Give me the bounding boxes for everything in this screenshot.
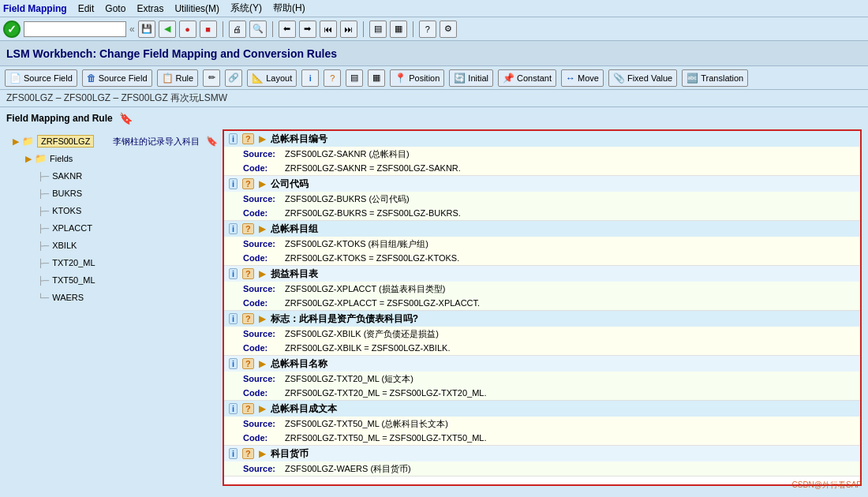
action-translation-label: Translation xyxy=(701,73,743,83)
bukrs-source-value: ZSFS00LGZ-BUKRS (公司代码) xyxy=(285,194,410,204)
ktoks-arrow-icon[interactable]: ▶ xyxy=(259,223,266,234)
saknr-code-value: ZRFS00LGZ-SAKNR = ZSFS00LGZ-SAKNR. xyxy=(285,163,461,173)
next-button[interactable]: ➡ xyxy=(299,21,316,38)
bukrs-info-icon[interactable]: i xyxy=(229,178,238,189)
tree-line-txt50: ├─ xyxy=(38,276,49,285)
tree-details-area: ▶ 📁 ZRFS00LGZ 李钢柱的记录导入科目 🔖 ▶ 📁 Fields ├─… xyxy=(6,129,862,486)
action-position[interactable]: 📍 Position xyxy=(390,69,444,87)
action-fixed-value[interactable]: 📎 Fixed Value xyxy=(608,69,677,87)
xplacct-arrow-icon[interactable]: ▶ xyxy=(259,268,266,279)
saknr-help-icon[interactable]: ? xyxy=(242,133,254,144)
bookmark-icon[interactable]: 🔖 xyxy=(119,112,133,125)
txt20-help-icon[interactable]: ? xyxy=(242,358,254,369)
tree-field-saknr[interactable]: ├─ SAKNR xyxy=(6,167,219,185)
waers-arrow-icon[interactable]: ▶ xyxy=(259,448,266,459)
xplacct-help-icon[interactable]: ? xyxy=(242,268,254,279)
action-source-field-2[interactable]: 🗑 Source Field xyxy=(82,69,152,87)
redo-button[interactable]: ● xyxy=(179,21,196,38)
tree-root-node[interactable]: ▶ 📁 ZRFS00LGZ 李钢柱的记录导入科目 🔖 xyxy=(6,133,219,150)
action-info-icon[interactable]: i xyxy=(301,69,319,87)
tree-field-txt50[interactable]: ├─ TXT50_ML xyxy=(6,271,219,289)
tree-field-txt20[interactable]: ├─ TXT20_ML xyxy=(6,254,219,271)
tree-field-xbilk[interactable]: ├─ XBILK xyxy=(6,237,219,254)
menu-goto[interactable]: Goto xyxy=(105,3,125,14)
action-extra-1[interactable]: ▤ xyxy=(346,69,363,87)
waers-help-icon[interactable]: ? xyxy=(242,448,254,459)
action-move[interactable]: ↔ Move xyxy=(561,69,604,87)
move-icon: ↔ xyxy=(566,73,575,84)
ktoks-info-icon[interactable]: i xyxy=(229,223,238,234)
action-link-icon[interactable]: 🔗 xyxy=(225,69,242,87)
tree-line-ktoks: ├─ xyxy=(38,207,49,215)
action-extra-2[interactable]: ▦ xyxy=(368,69,385,87)
action-rule-label: Rule xyxy=(176,73,194,83)
tree-field-ktoks[interactable]: ├─ KTOKS xyxy=(6,202,219,219)
save-button[interactable]: 💾 xyxy=(138,21,155,38)
action-source-field-1[interactable]: 📄 Source Field xyxy=(5,69,77,87)
details-panel[interactable]: i ? ▶ 总帐科目编号 Source: ZSFS00LGZ-SAKNR (总帐… xyxy=(223,129,862,486)
help-button[interactable]: ? xyxy=(419,21,436,38)
saknr-arrow-icon[interactable]: ▶ xyxy=(259,133,266,144)
xbilk-info-icon[interactable]: i xyxy=(229,313,238,324)
xplacct-code-value: ZRFS00LGZ-XPLACCT = ZSFS00LGZ-XPLACCT. xyxy=(285,298,480,308)
confirm-button[interactable]: ✓ xyxy=(3,21,21,38)
bukrs-source: Source: ZSFS00LGZ-BUKRS (公司代码) xyxy=(224,192,860,206)
tree-fields-label: Fields xyxy=(50,154,73,163)
tree-fields-arrow: ▶ xyxy=(25,154,32,164)
action-rule[interactable]: 📋 Rule xyxy=(157,69,199,87)
ktoks-help-icon[interactable]: ? xyxy=(242,223,254,234)
fixed-value-icon: 📎 xyxy=(613,73,625,84)
nav-back-icon[interactable]: « xyxy=(129,24,135,35)
txt20-arrow-icon[interactable]: ▶ xyxy=(259,358,266,369)
bukrs-arrow-icon[interactable]: ▶ xyxy=(259,178,266,189)
first-button[interactable]: ⏮ xyxy=(320,21,337,38)
action-constant[interactable]: 📌 Constant xyxy=(498,69,556,87)
translation-icon: 🔤 xyxy=(687,73,698,84)
menu-field-mapping[interactable]: Field Mapping xyxy=(3,3,67,14)
xbilk-arrow-icon[interactable]: ▶ xyxy=(259,313,266,324)
action-layout[interactable]: 📐 Layout xyxy=(247,69,297,87)
layout2-button[interactable]: ▦ xyxy=(390,21,407,38)
waers-info-icon[interactable]: i xyxy=(229,448,238,459)
tree-root-desc: 李钢柱的记录导入科目 xyxy=(113,136,200,148)
settings-button[interactable]: ⚙ xyxy=(440,21,457,38)
txt50-arrow-icon[interactable]: ▶ xyxy=(259,403,266,414)
action-edit-icon[interactable]: ✏ xyxy=(203,69,220,87)
tree-field-xplacct[interactable]: ├─ XPLACCT xyxy=(6,219,219,237)
menu-system[interactable]: 系统(Y) xyxy=(230,2,262,15)
command-input[interactable] xyxy=(24,21,126,37)
ktoks-source-value: ZSFS00LGZ-KTOKS (科目组/账户组) xyxy=(285,239,428,248)
xplacct-code: Code: ZRFS00LGZ-XPLACCT = ZSFS00LGZ-XPLA… xyxy=(224,296,860,310)
action-initial[interactable]: 🔄 Initial xyxy=(449,69,493,87)
find-button[interactable]: 🔍 xyxy=(249,21,267,38)
field-row-xbilk: i ? ▶ 标志：此科目是资产负债表科目吗? Source: ZSFS00LGZ… xyxy=(224,311,860,356)
menu-extras[interactable]: Extras xyxy=(137,3,163,14)
txt20-info-icon[interactable]: i xyxy=(229,358,238,369)
panel-header: Field Mapping and Rule 🔖 xyxy=(6,112,862,125)
stop-button[interactable]: ■ xyxy=(200,21,217,38)
saknr-info-icon[interactable]: i xyxy=(229,133,238,144)
bukrs-help-icon[interactable]: ? xyxy=(242,178,254,189)
page-title: LSM Workbench: Change Field Mapping and … xyxy=(6,47,337,60)
action-translation[interactable]: 🔤 Translation xyxy=(682,69,748,87)
tree-field-waers[interactable]: └─ WAERS xyxy=(6,289,219,306)
tree-fields-node[interactable]: ▶ 📁 Fields xyxy=(6,150,219,167)
xplacct-info-icon[interactable]: i xyxy=(229,268,238,279)
undo-button[interactable]: ◀ xyxy=(159,21,176,38)
action-help-icon[interactable]: ? xyxy=(324,69,341,87)
waers-source: Source: ZSFS00LGZ-WAERS (科目货币) xyxy=(224,462,860,476)
last-button[interactable]: ⏭ xyxy=(340,21,357,38)
layout1-button[interactable]: ▤ xyxy=(369,21,387,38)
menu-utilities[interactable]: Utilities(M) xyxy=(174,3,219,14)
xbilk-help-icon[interactable]: ? xyxy=(242,313,254,324)
tree-field-bukrs[interactable]: ├─ BUKRS xyxy=(6,185,219,202)
ktoks-title: 总帐科目组 xyxy=(271,222,318,236)
txt50-help-icon[interactable]: ? xyxy=(242,403,254,414)
tree-root-label[interactable]: ZRFS00LGZ xyxy=(37,135,94,148)
prev-button[interactable]: ⬅ xyxy=(279,21,296,38)
menu-help[interactable]: 帮助(H) xyxy=(273,2,305,15)
panel-title: Field Mapping and Rule xyxy=(6,113,113,124)
txt50-info-icon[interactable]: i xyxy=(229,403,238,414)
print-button[interactable]: 🖨 xyxy=(229,21,246,38)
menu-edit[interactable]: Edit xyxy=(78,3,95,14)
